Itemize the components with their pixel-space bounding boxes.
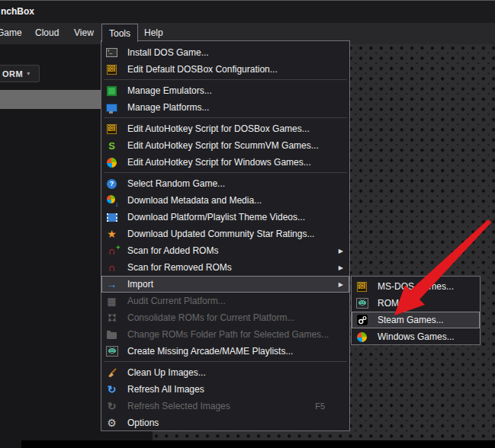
windows-logo-icon xyxy=(355,331,368,343)
magnet-plus-icon: ∩+ xyxy=(105,245,118,257)
menu-separator xyxy=(101,116,349,120)
menu-separator xyxy=(101,171,349,175)
menu-item-label: Manage Platforms... xyxy=(127,102,209,113)
scummvm-icon: S xyxy=(105,139,118,152)
tools-menu-item-download-updated-community-star-ratings[interactable]: ★Download Updated Community Star Ratings… xyxy=(101,226,349,242)
menubar-item-game[interactable]: Game xyxy=(0,27,22,38)
menu-item-label: Select Random Game... xyxy=(127,178,225,189)
menu-item-label: Consolidate ROMs for Current Platform... xyxy=(127,312,294,323)
import-submenu-item-ms-dos-games[interactable]: DOSBOXMS-DOS Games... xyxy=(352,278,480,295)
tools-menu-item-scan-for-added-roms[interactable]: ∩+Scan for Added ROMs▶ xyxy=(101,242,349,259)
gear-icon: ⚙ xyxy=(105,417,118,429)
random-question-icon: ? xyxy=(105,178,118,190)
tools-menu-item-import[interactable]: →Import▶ xyxy=(101,276,349,293)
tools-menu-item-scan-for-removed-roms[interactable]: ∩Scan for Removed ROMs▶ xyxy=(101,259,349,276)
tools-menu-item-consolidate-roms-for-current-platform: Consolidate ROMs for Current Platform... xyxy=(101,309,349,326)
submenu-arrow-icon: ▶ xyxy=(339,264,343,271)
dosbox-icon: DOSBOX xyxy=(105,63,118,75)
emulator-chip-icon xyxy=(105,85,118,97)
shortcut-label: F5 xyxy=(315,402,325,411)
space-invader-icon xyxy=(355,297,368,309)
menu-item-label: MS-DOS Games... xyxy=(378,281,454,292)
tools-menu-item-options[interactable]: ⚙Options xyxy=(101,414,349,431)
menubar-item-tools[interactable]: Tools xyxy=(101,24,138,42)
broom-icon xyxy=(105,366,118,379)
steam-icon xyxy=(355,314,368,326)
menu-separator xyxy=(101,78,349,82)
tools-menu-item-download-platform-playlist-theme-videos[interactable]: Download Platform/Playlist Theme Videos.… xyxy=(101,209,349,226)
menu-item-label: Install DOS Game... xyxy=(127,47,209,58)
menu-item-label: Download Platform/Playlist Theme Videos.… xyxy=(127,212,305,222)
tools-menu-item-edit-autohotkey-script-for-dosbox-games[interactable]: DOSBOXEdit AutoHotkey Script for DOSBox … xyxy=(101,120,349,137)
tools-menu-item-audit-current-platform: ▦Audit Current Platform... xyxy=(101,293,349,309)
tools-menu-item-download-metadata-and-media[interactable]: ↓Download Metadata and Media... xyxy=(101,192,349,209)
dosbox-icon: DOSBOX xyxy=(105,123,118,135)
submenu-arrow-icon: ▶ xyxy=(339,248,343,254)
import-arrow-icon: → xyxy=(105,278,118,290)
menu-item-label: ROMs... xyxy=(378,298,411,309)
menu-item-label: Import xyxy=(127,279,153,290)
tools-menu-item-create-missing-arcade-mame-playlists[interactable]: Create Missing Arcade/MAME Playlists... xyxy=(101,343,349,360)
menubar-item-help[interactable]: Help xyxy=(144,27,163,38)
dosbox-icon: DOSBOX xyxy=(355,280,368,293)
window-top-border xyxy=(0,0,495,1)
magnet-icon: ∩ xyxy=(105,261,118,274)
tools-menu-item-refresh-all-images[interactable]: ↻Refresh All Images xyxy=(101,381,349,398)
menu-item-label: Change ROMs Folder Path for Selected Gam… xyxy=(127,329,329,340)
refresh-blue-icon: ↻ xyxy=(105,383,118,395)
tools-menu-item-change-roms-folder-path-for-selected-games: Change ROMs Folder Path for Selected Gam… xyxy=(101,326,349,343)
menu-separator xyxy=(101,360,349,364)
tools-menu-item-install-dos-game[interactable]: Install DOS Game... xyxy=(101,44,349,61)
platform-monitor-icon xyxy=(105,101,118,114)
menu-item-label: Create Missing Arcade/MAME Playlists... xyxy=(127,346,293,357)
menu-item-label: Scan for Added ROMs xyxy=(127,245,218,256)
menu-item-label: Audit Current Platform... xyxy=(127,296,226,306)
import-submenu: DOSBOXMS-DOS Games...ROMs...Steam Games.… xyxy=(351,276,481,345)
menu-item-label: Edit AutoHotkey Script for Windows Games… xyxy=(127,157,311,168)
menu-item-label: Options xyxy=(127,418,159,428)
import-submenu-item-steam-games[interactable]: Steam Games... xyxy=(352,312,480,328)
star-icon: ★ xyxy=(105,228,118,240)
tools-menu-item-manage-emulators[interactable]: Manage Emulators... xyxy=(101,82,349,99)
consolidate-arrows-icon xyxy=(105,312,118,324)
menu-item-label: Download Updated Community Star Ratings.… xyxy=(127,229,314,239)
tools-menu-item-edit-autohotkey-script-for-windows-games[interactable]: Edit AutoHotkey Script for Windows Games… xyxy=(101,154,349,171)
tools-menu-item-manage-platforms[interactable]: Manage Platforms... xyxy=(101,99,349,116)
platform-dropdown-label: ORM xyxy=(2,69,23,78)
submenu-arrow-icon: ▶ xyxy=(339,281,343,288)
menu-item-label: Edit Default DOSBox Configuration... xyxy=(127,64,278,75)
title-bar: nchBox xyxy=(0,1,495,23)
menubar-item-view[interactable]: View xyxy=(74,27,94,38)
tools-menu-item-clean-up-images[interactable]: Clean Up Images... xyxy=(101,364,349,381)
menu-item-label: Edit AutoHotkey Script for ScummVM Games… xyxy=(127,140,319,151)
menu-item-label: Manage Emulators... xyxy=(127,85,212,96)
menu-item-label: Clean Up Images... xyxy=(127,367,206,378)
download-metadata-icon: ↓ xyxy=(105,194,118,206)
tools-menu-item-refresh-selected-images: ↻Refresh Selected ImagesF5 xyxy=(101,398,349,414)
folder-icon xyxy=(105,328,118,341)
refresh-gray-icon: ↻ xyxy=(105,400,118,412)
tools-menu-item-edit-autohotkey-script-for-scummvm-games[interactable]: SEdit AutoHotkey Script for ScummVM Game… xyxy=(101,137,349,154)
windows-logo-icon xyxy=(105,156,118,168)
chevron-down-icon: ▾ xyxy=(27,70,30,77)
menubar-item-cloud[interactable]: Cloud xyxy=(35,27,59,38)
menu-item-label: Refresh Selected Images xyxy=(127,401,230,411)
menu-item-label: Edit AutoHotkey Script for DOSBox Games.… xyxy=(127,123,310,134)
tools-menu-item-select-random-game[interactable]: ?Select Random Game... xyxy=(101,175,349,192)
menu-item-label: Scan for Removed ROMs xyxy=(127,262,232,273)
platform-dropdown-button[interactable]: ORM ▾ xyxy=(0,65,40,82)
space-invader-icon xyxy=(105,345,118,357)
audit-grid-icon: ▦ xyxy=(105,295,118,307)
filmstrip-icon xyxy=(105,211,118,223)
import-submenu-item-roms[interactable]: ROMs... xyxy=(352,295,480,312)
menu-item-label: Steam Games... xyxy=(378,315,444,325)
menu-item-label: Refresh All Images xyxy=(127,384,204,395)
menubar-item-tools-label: Tools xyxy=(109,28,130,39)
bottom-black-strip xyxy=(21,440,495,448)
menu-item-label: Download Metadata and Media... xyxy=(127,195,262,206)
import-submenu-item-windows-games[interactable]: Windows Games... xyxy=(352,328,480,345)
window-title: nchBox xyxy=(1,6,34,17)
tools-menu-item-edit-default-dosbox-configuration[interactable]: DOSBOXEdit Default DOSBox Configuration.… xyxy=(101,61,349,78)
menu-item-label: Windows Games... xyxy=(378,331,455,342)
dos-terminal-icon xyxy=(105,46,118,59)
